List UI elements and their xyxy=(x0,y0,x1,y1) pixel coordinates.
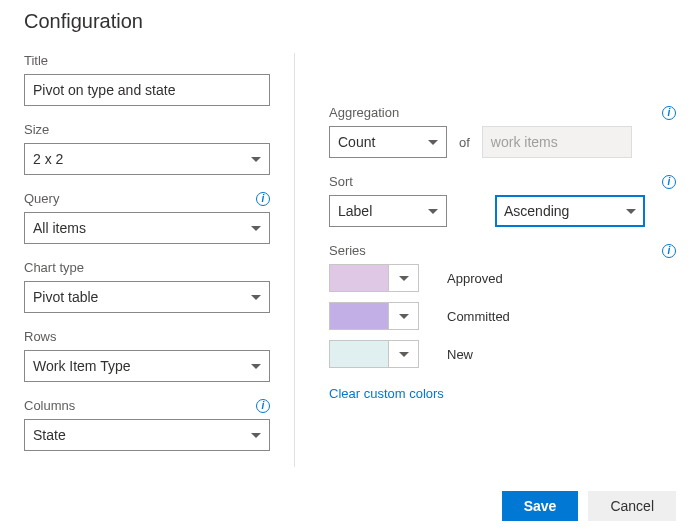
title-label: Title xyxy=(24,53,48,68)
series-row: Approved xyxy=(329,264,676,292)
chart-type-select[interactable]: Pivot table xyxy=(24,281,270,313)
sort-field: Sort i Label Ascending xyxy=(329,174,676,227)
save-button[interactable]: Save xyxy=(502,491,579,521)
aggregation-label: Aggregation xyxy=(329,105,399,120)
sort-label: Sort xyxy=(329,174,353,189)
series-color-picker[interactable] xyxy=(329,302,419,330)
rows-select[interactable]: Work Item Type xyxy=(24,350,270,382)
query-select[interactable]: All items xyxy=(24,212,270,244)
chart-type-field: Chart type Pivot table xyxy=(24,260,270,313)
info-icon[interactable]: i xyxy=(256,399,270,413)
info-icon[interactable]: i xyxy=(662,175,676,189)
color-swatch xyxy=(330,303,388,329)
series-color-picker[interactable] xyxy=(329,340,419,368)
color-swatch xyxy=(330,341,388,367)
series-row: Committed xyxy=(329,302,676,330)
color-swatch xyxy=(330,265,388,291)
chevron-down-icon xyxy=(251,157,261,162)
rows-label: Rows xyxy=(24,329,57,344)
chevron-down-icon xyxy=(251,295,261,300)
series-field: Series i ApprovedCommittedNew Clear cust… xyxy=(329,243,676,402)
chevron-down-icon xyxy=(251,433,261,438)
chevron-down-icon xyxy=(251,226,261,231)
series-item-label: Committed xyxy=(447,309,510,324)
series-item-label: Approved xyxy=(447,271,503,286)
size-field: Size 2 x 2 xyxy=(24,122,270,175)
series-row: New xyxy=(329,340,676,368)
chevron-down-icon xyxy=(626,209,636,214)
right-column: Aggregation i Count of work items Sort i xyxy=(294,53,676,467)
aggregation-select[interactable]: Count xyxy=(329,126,447,158)
sort-by-select[interactable]: Label xyxy=(329,195,447,227)
left-column: Title Pivot on type and state Size 2 x 2… xyxy=(24,53,294,467)
size-select[interactable]: 2 x 2 xyxy=(24,143,270,175)
chevron-down-icon xyxy=(251,364,261,369)
aggregation-of: of xyxy=(459,135,470,150)
sort-direction-select[interactable]: Ascending xyxy=(495,195,645,227)
columns-select[interactable]: State xyxy=(24,419,270,451)
footer-actions: Save Cancel xyxy=(502,491,676,521)
series-label: Series xyxy=(329,243,366,258)
rows-field: Rows Work Item Type xyxy=(24,329,270,382)
title-field: Title Pivot on type and state xyxy=(24,53,270,106)
chevron-down-icon xyxy=(428,209,438,214)
columns-label: Columns xyxy=(24,398,75,413)
info-icon[interactable]: i xyxy=(662,244,676,258)
query-field: Query i All items xyxy=(24,191,270,244)
series-color-picker[interactable] xyxy=(329,264,419,292)
chevron-down-icon xyxy=(428,140,438,145)
size-label: Size xyxy=(24,122,49,137)
chevron-down-icon[interactable] xyxy=(388,265,418,291)
series-item-label: New xyxy=(447,347,473,362)
page-title: Configuration xyxy=(24,10,676,33)
configuration-panel: Configuration Title Pivot on type and st… xyxy=(0,0,700,531)
title-input[interactable]: Pivot on type and state xyxy=(24,74,270,106)
chart-type-label: Chart type xyxy=(24,260,84,275)
columns-field: Columns i State xyxy=(24,398,270,451)
query-label: Query xyxy=(24,191,59,206)
info-icon[interactable]: i xyxy=(256,192,270,206)
info-icon[interactable]: i xyxy=(662,106,676,120)
aggregation-field: Aggregation i Count of work items xyxy=(329,105,676,158)
cancel-button[interactable]: Cancel xyxy=(588,491,676,521)
chevron-down-icon[interactable] xyxy=(388,341,418,367)
chevron-down-icon[interactable] xyxy=(388,303,418,329)
clear-custom-colors-link[interactable]: Clear custom colors xyxy=(329,386,444,401)
aggregation-of-value: work items xyxy=(482,126,632,158)
